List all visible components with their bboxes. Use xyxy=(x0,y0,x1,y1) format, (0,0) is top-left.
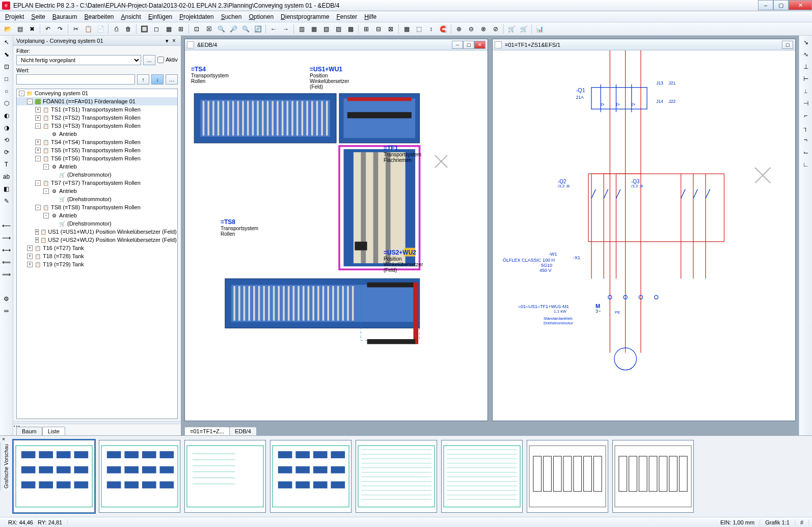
side-tool-button[interactable]: T xyxy=(1,159,12,170)
side-tool-button[interactable]: ⟷ xyxy=(1,244,12,256)
tree-item[interactable]: -📋TS7 (=TS7) Transportsystem Rollen xyxy=(17,179,177,187)
toolbar-button[interactable]: ↶ xyxy=(42,23,53,35)
tree-item[interactable]: -📋TS6 (=TS6) Transportsystem Rollen xyxy=(17,154,177,162)
doc1-canvas[interactable]: =TS4 Transportsystem Rollen =US1+WU1 Pos… xyxy=(185,50,488,421)
side-tool-button[interactable]: ⟶ xyxy=(1,232,12,243)
side-tool-button[interactable] xyxy=(1,281,12,292)
tree-expand-icon[interactable]: - xyxy=(19,91,24,96)
toolbar-button[interactable]: ⊡ xyxy=(191,23,202,35)
project-tree[interactable]: -📁Conveying system 01-🟩FÖAN01 (==FA=01) … xyxy=(16,89,178,419)
toolbar-button[interactable]: ▨ xyxy=(333,23,344,35)
preview-thumbnail[interactable] xyxy=(612,440,694,513)
side-tool-button[interactable]: ⌙ xyxy=(800,147,811,158)
side-tool-button[interactable]: ⊡ xyxy=(1,61,12,72)
tree-expand-icon[interactable]: - xyxy=(35,156,41,161)
toolbar-button[interactable]: ▩ xyxy=(345,23,356,35)
side-tool-button[interactable]: ◐ xyxy=(1,110,12,121)
tree-item[interactable]: 🛒(Drehstrommotor) xyxy=(17,195,177,203)
toolbar-button[interactable]: ↷ xyxy=(55,23,66,35)
side-tool-button[interactable]: ∟ xyxy=(800,159,811,170)
menu-suchen[interactable]: Suchen xyxy=(218,12,245,21)
menu-projektdaten[interactable]: Projektdaten xyxy=(176,12,216,21)
tree-expand-icon[interactable]: + xyxy=(35,140,41,145)
preview-thumbnail[interactable] xyxy=(441,440,523,513)
side-tool-button[interactable]: ⊢ xyxy=(800,73,811,85)
toolbar-button[interactable]: ▦ xyxy=(401,23,412,35)
tree-item[interactable]: -⚙Antrieb xyxy=(17,162,177,171)
tree-item[interactable]: -📋TS3 (=TS3) Transportsystem Rollen xyxy=(17,122,177,130)
toolbar-button[interactable]: 🔍 xyxy=(215,23,227,35)
tree-expand-icon[interactable]: + xyxy=(35,237,39,243)
toolbar-button[interactable]: 🔎 xyxy=(228,23,239,35)
maximize-button[interactable]: ▢ xyxy=(773,0,789,10)
tree-item[interactable]: +📋T18 (=T28) Tank xyxy=(17,252,177,260)
toolbar-button[interactable]: ☒ xyxy=(203,23,214,35)
tree-expand-icon[interactable]: + xyxy=(35,229,39,235)
side-tool-button[interactable]: ⬊ xyxy=(1,49,12,60)
side-tool-button[interactable]: ┐ xyxy=(800,122,811,133)
toolbar-button[interactable]: ◻ xyxy=(151,23,162,35)
side-tool-button[interactable]: ⟲ xyxy=(1,134,12,146)
tree-item[interactable]: -⚙Antrieb xyxy=(17,211,177,219)
tree-item[interactable]: +📋TS2 (=TS2) Transportsystem Rollen xyxy=(17,114,177,122)
menu-hilfe[interactable]: Hilfe xyxy=(361,12,380,21)
side-tool-button[interactable]: ⌐ xyxy=(800,110,811,121)
preview-close-icon[interactable]: × xyxy=(0,436,7,442)
tree-expand-icon[interactable]: + xyxy=(27,254,33,259)
toolbar-button[interactable]: ▤ xyxy=(14,23,25,35)
tab-liste[interactable]: Liste xyxy=(42,427,65,435)
side-tool-button[interactable]: ⚙ xyxy=(1,293,12,304)
side-tool-button[interactable]: ○ xyxy=(1,86,12,97)
thumbnail-strip[interactable] xyxy=(9,436,812,517)
preview-thumbnail[interactable] xyxy=(527,440,608,513)
tree-item[interactable]: -🟩FÖAN01 (==FA=01) Förderanlage 01 xyxy=(17,97,177,105)
filter-browse-button[interactable]: ... xyxy=(143,55,155,65)
toolbar-button[interactable]: ← xyxy=(268,23,279,35)
side-tool-button[interactable]: ↘ xyxy=(800,37,811,48)
toolbar-button[interactable]: → xyxy=(280,23,291,35)
tree-item[interactable]: +📋TS1 (=TS1) Transportsystem Rollen xyxy=(17,105,177,114)
side-tool-button[interactable]: ⟂ xyxy=(800,86,811,97)
side-tool-button[interactable]: □ xyxy=(1,73,12,85)
menu-projekt[interactable]: Projekt xyxy=(2,12,27,21)
toolbar-button[interactable]: ⊠ xyxy=(385,23,396,35)
panel-close-icon[interactable]: × xyxy=(170,37,178,44)
side-tool-button[interactable]: ⊣ xyxy=(800,98,811,109)
wert-browse-button[interactable]: … xyxy=(166,74,178,85)
preview-thumbnail[interactable] xyxy=(356,440,437,513)
doc2-title-bar[interactable]: =01=TF1+ZS1&EFS/1 ▢ xyxy=(493,39,795,50)
toolbar-button[interactable]: ▧ xyxy=(320,23,332,35)
toolbar-button[interactable]: ▦ xyxy=(163,23,174,35)
toolbar-button[interactable]: ↕ xyxy=(425,23,437,35)
doc-tab-1[interactable]: =01=TF1+Z... xyxy=(184,427,230,435)
preview-thumbnail[interactable] xyxy=(270,440,351,513)
side-tool-button[interactable] xyxy=(1,208,12,219)
side-tool-button[interactable]: ⟵ xyxy=(1,220,12,231)
aktiv-checkbox[interactable] xyxy=(157,57,164,63)
toolbar-button[interactable]: 🗑 xyxy=(123,23,134,35)
toolbar-button[interactable]: 📄 xyxy=(95,23,106,35)
filter-select[interactable]: Nicht fertig vorgeplant xyxy=(16,55,141,65)
doc1-close-button[interactable]: ✕ xyxy=(474,41,485,49)
toolbar-button[interactable]: 🔍 xyxy=(240,23,251,35)
toolbar-button[interactable]: 📊 xyxy=(534,23,545,35)
tree-expand-icon[interactable]: + xyxy=(35,148,41,153)
toolbar-button[interactable]: ⊞ xyxy=(175,23,186,35)
doc2-maximize-button[interactable]: ▢ xyxy=(782,41,793,49)
toolbar-button[interactable]: ⊗ xyxy=(478,23,489,35)
side-tool-button[interactable]: ∿ xyxy=(800,49,811,60)
side-tool-button[interactable]: ↖ xyxy=(1,37,12,48)
tree-item[interactable]: -⚙Antrieb xyxy=(17,187,177,195)
toolbar-button[interactable]: ✂ xyxy=(70,23,82,35)
toolbar-button[interactable]: ⊟ xyxy=(373,23,384,35)
tree-expand-icon[interactable]: + xyxy=(27,262,33,267)
tree-item[interactable]: +📋TS4 (=TS4) Transportsystem Rollen xyxy=(17,138,177,146)
toolbar-button[interactable]: ▦ xyxy=(308,23,319,35)
tree-expand-icon[interactable]: - xyxy=(35,123,41,129)
toolbar-button[interactable]: ⊖ xyxy=(466,23,477,35)
close-button[interactable]: ✕ xyxy=(789,0,812,10)
minimize-button[interactable]: – xyxy=(758,0,773,10)
toolbar-button[interactable]: ⊕ xyxy=(453,23,465,35)
doc1-maximize-button[interactable]: ▢ xyxy=(463,41,474,49)
preview-thumbnail[interactable] xyxy=(99,440,180,513)
